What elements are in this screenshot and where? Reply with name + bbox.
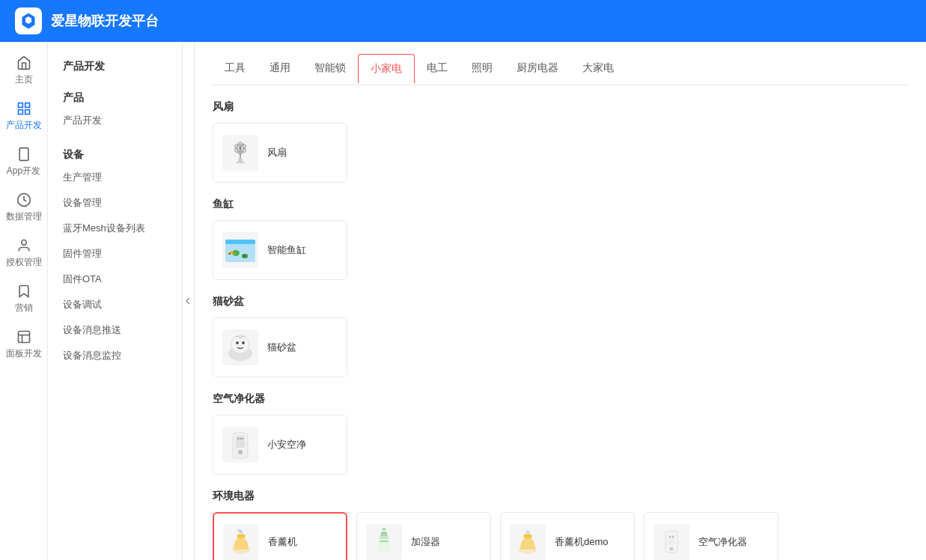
svg-point-26 [242,341,245,344]
nav-product-dev[interactable]: 产品开发 [0,94,47,139]
product-aroma[interactable]: 香薰机 [213,512,347,560]
product-air-purifier-1[interactable]: 小安空净 [213,415,347,475]
svg-rect-8 [18,332,29,343]
svg-rect-37 [381,532,387,536]
aroma-name: 香薰机 [268,535,297,549]
nav-panel-dev[interactable]: 面板开发 [0,322,47,368]
nav-marketing[interactable]: 营销 [0,276,47,322]
product-humidifier[interactable]: 加湿器 [356,512,491,560]
tab-kitchen[interactable]: 厨房电器 [505,54,570,85]
cat-litter-name: 猫砂盆 [267,341,296,354]
sidebar-item-device-push[interactable]: 设备消息推送 [48,317,182,343]
category-cat-litter-title: 猫砂盆 [213,295,908,308]
category-fan-title: 风扇 [213,100,908,114]
sidebar-item-firmware[interactable]: 固件管理 [48,241,182,267]
app-title: 爱星物联开发平台 [51,12,159,30]
svg-point-21 [242,254,248,258]
air-purifier-1-name: 小安空净 [267,438,306,451]
humidifier-name: 加湿器 [411,535,440,549]
main-content: 工具 通用 智能锁 小家电 电工 照明 厨房电器 大家电 风扇 [195,42,926,560]
product-aroma-demo[interactable]: 香薰机demo [500,512,635,560]
svg-point-45 [672,536,674,538]
sidebar: 产品开发 产品 产品开发 设备 生产管理 设备管理 蓝牙Mesh设备列表 固件管… [48,42,183,560]
cat-litter-product-grid: 猫砂盆 [213,317,908,377]
category-env-appliance: 环境电器 香薰机 [213,490,908,560]
category-air-purifier: 空气净化器 小安空净 [213,392,908,475]
nav-home-label: 主页 [15,73,33,86]
sidebar-item-product-dev[interactable]: 产品开发 [48,108,182,133]
tab-small-appliance[interactable]: 小家电 [358,54,415,85]
svg-point-25 [236,341,239,344]
product-fish-tank[interactable]: 智能鱼缸 [213,220,347,280]
category-cat-litter: 猫砂盆 猫砂盆 [213,295,908,377]
svg-rect-42 [668,535,675,545]
svg-point-43 [670,547,674,551]
svg-rect-19 [225,240,255,244]
nav-auth-mgmt[interactable]: 授权管理 [0,231,47,276]
fan-image [222,135,258,171]
tab-tools[interactable]: 工具 [213,54,258,85]
cat-litter-image [222,329,258,365]
svg-rect-35 [378,538,390,553]
left-nav: 主页 产品开发 App开发 数据管理 [0,42,48,560]
svg-point-32 [242,438,243,439]
product-cat-litter[interactable]: 猫砂盆 [213,317,347,377]
svg-point-40 [523,534,532,538]
product-air-purifier-2[interactable]: 空气净化器 [644,512,779,560]
svg-rect-0 [18,103,22,108]
svg-rect-4 [19,148,28,161]
nav-data-mgmt[interactable]: 数据管理 [0,185,47,231]
fan-name: 风扇 [267,146,287,159]
sidebar-section-device: 设备 [48,142,182,165]
sidebar-collapse-handle[interactable] [183,42,195,560]
sidebar-item-firmware-ota[interactable]: 固件OTA [48,267,182,292]
nav-app-dev-label: App开发 [7,165,40,177]
nav-data-mgmt-label: 数据管理 [6,210,42,223]
tab-home-appliance[interactable]: 大家电 [570,54,626,85]
category-fish-tank-title: 鱼缸 [213,198,908,211]
aroma-demo-name: 香薰机demo [555,535,609,549]
sidebar-item-device-monitor[interactable]: 设备消息监控 [48,343,182,368]
sidebar-item-bluetooth-mesh[interactable]: 蓝牙Mesh设备列表 [48,216,182,241]
app-logo [15,7,42,34]
fish-tank-name: 智能鱼缸 [267,243,306,257]
nav-home[interactable]: 主页 [0,48,47,94]
svg-point-31 [240,438,241,439]
svg-point-30 [237,438,239,439]
fan-product-grid: 风扇 [213,123,908,183]
humidifier-image [366,524,402,560]
env-appliance-product-grid: 香薰机 加湿器 [213,512,908,560]
product-fan[interactable]: 风扇 [213,123,347,183]
sidebar-item-device-debug[interactable]: 设备调试 [48,292,182,317]
svg-point-29 [238,450,243,454]
nav-marketing-label: 营销 [15,302,33,314]
category-env-appliance-title: 环境电器 [213,490,908,503]
category-tabs: 工具 通用 智能锁 小家电 电工 照明 厨房电器 大家电 [213,54,908,85]
svg-rect-3 [25,110,29,115]
tab-smart-lock[interactable]: 智能锁 [302,54,358,85]
tab-electrical[interactable]: 电工 [415,54,460,85]
category-air-purifier-title: 空气净化器 [213,392,908,406]
air-purifier-2-image [654,524,689,560]
tab-lighting[interactable]: 照明 [460,54,505,85]
nav-product-dev-label: 产品开发 [6,119,42,132]
svg-point-13 [239,147,242,150]
aroma-image [223,524,259,560]
air-purifier-1-image [222,427,258,463]
main-layout: 主页 产品开发 App开发 数据管理 [0,42,926,560]
nav-auth-mgmt-label: 授权管理 [6,256,42,269]
svg-point-34 [237,534,246,538]
aroma-demo-image [510,524,546,560]
svg-point-7 [21,240,26,246]
nav-panel-dev-label: 面板开发 [6,347,42,360]
category-fish-tank: 鱼缸 智能鱼缸 [213,198,908,280]
air-purifier-2-name: 空气净化器 [698,535,747,549]
sidebar-section-product: 产品 [48,85,182,108]
nav-app-dev[interactable]: App开发 [0,139,47,185]
tab-general[interactable]: 通用 [258,54,302,85]
svg-rect-1 [25,103,29,108]
fish-tank-image [222,232,258,268]
sidebar-item-production[interactable]: 生产管理 [48,165,182,190]
sidebar-item-device-mgmt[interactable]: 设备管理 [48,190,182,216]
fish-tank-product-grid: 智能鱼缸 [213,220,908,280]
